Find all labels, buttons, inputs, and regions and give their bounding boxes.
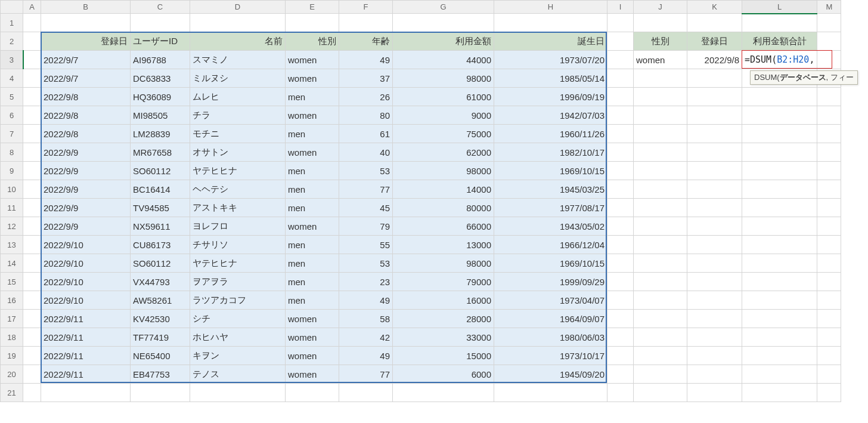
cell-J7[interactable] xyxy=(634,125,687,143)
col-header-F[interactable]: F xyxy=(339,1,393,14)
cell-L5[interactable] xyxy=(742,88,817,106)
cell-F16[interactable]: 49 xyxy=(339,291,393,310)
cell-B8[interactable]: 2022/9/9 xyxy=(41,143,131,162)
cell-G3[interactable]: 44000 xyxy=(393,51,494,69)
cell-K7[interactable] xyxy=(687,125,742,143)
cell-H13[interactable]: 1966/12/04 xyxy=(494,236,607,254)
cell-L20[interactable] xyxy=(742,365,817,384)
cell-L19[interactable] xyxy=(742,347,817,365)
cell-G10[interactable]: 14000 xyxy=(393,180,494,199)
cell-E19[interactable]: women xyxy=(286,347,339,365)
cell-G5[interactable]: 61000 xyxy=(393,88,494,106)
cell-D5[interactable]: ムレヒ xyxy=(190,88,286,106)
cell-H9[interactable]: 1969/10/15 xyxy=(494,162,607,180)
cell-I14[interactable] xyxy=(607,254,634,273)
cell-M12[interactable] xyxy=(817,217,841,236)
cell-K21[interactable] xyxy=(687,384,742,402)
cell-B5[interactable]: 2022/9/8 xyxy=(41,88,131,106)
cell-M6[interactable] xyxy=(817,106,841,125)
cell-E6[interactable]: women xyxy=(286,106,339,125)
select-all-corner[interactable] xyxy=(1,1,23,14)
cell-C14[interactable]: SO60112 xyxy=(131,254,190,273)
cell-H11[interactable]: 1977/08/17 xyxy=(494,199,607,217)
cell-B9[interactable]: 2022/9/9 xyxy=(41,162,131,180)
cell-H21[interactable] xyxy=(494,384,607,402)
cell-I5[interactable] xyxy=(607,88,634,106)
cell-H2[interactable]: 誕生日 xyxy=(494,32,607,51)
cell-H19[interactable]: 1973/10/17 xyxy=(494,347,607,365)
cell-K18[interactable] xyxy=(687,328,742,347)
cell-J16[interactable] xyxy=(634,291,687,310)
cell-L3[interactable]: =DSUM(B2:H20, xyxy=(742,51,817,69)
cell-M2[interactable] xyxy=(817,32,841,51)
cell-D7[interactable]: モチニ xyxy=(190,125,286,143)
cell-D19[interactable]: キヲン xyxy=(190,347,286,365)
cell-M10[interactable] xyxy=(817,180,841,199)
cell-C1[interactable] xyxy=(131,14,190,32)
cell-I10[interactable] xyxy=(607,180,634,199)
cell-F18[interactable]: 42 xyxy=(339,328,393,347)
cell-G18[interactable]: 33000 xyxy=(393,328,494,347)
cell-H7[interactable]: 1960/11/26 xyxy=(494,125,607,143)
cell-H17[interactable]: 1964/09/07 xyxy=(494,310,607,328)
cell-E20[interactable]: women xyxy=(286,365,339,384)
cell-A17[interactable] xyxy=(23,310,41,328)
cell-A21[interactable] xyxy=(23,384,41,402)
cell-J15[interactable] xyxy=(634,273,687,291)
cell-K3[interactable]: 2022/9/8 xyxy=(687,51,742,69)
cell-B12[interactable]: 2022/9/9 xyxy=(41,217,131,236)
col-header-I[interactable]: I xyxy=(607,1,634,14)
cell-H12[interactable]: 1943/05/02 xyxy=(494,217,607,236)
cell-B1[interactable] xyxy=(41,14,131,32)
cell-K11[interactable] xyxy=(687,199,742,217)
cell-A15[interactable] xyxy=(23,273,41,291)
cell-C17[interactable]: KV42530 xyxy=(131,310,190,328)
cell-M15[interactable] xyxy=(817,273,841,291)
cell-C18[interactable]: TF77419 xyxy=(131,328,190,347)
row-header-11[interactable]: 11 xyxy=(1,199,23,217)
cell-I4[interactable] xyxy=(607,69,634,88)
cell-G8[interactable]: 62000 xyxy=(393,143,494,162)
cell-J17[interactable] xyxy=(634,310,687,328)
cell-H4[interactable]: 1985/05/14 xyxy=(494,69,607,88)
cell-E4[interactable]: women xyxy=(286,69,339,88)
cell-J18[interactable] xyxy=(634,328,687,347)
cell-B13[interactable]: 2022/9/10 xyxy=(41,236,131,254)
cell-I3[interactable] xyxy=(607,51,634,69)
col-header-B[interactable]: B xyxy=(41,1,131,14)
cell-A16[interactable] xyxy=(23,291,41,310)
cell-B4[interactable]: 2022/9/7 xyxy=(41,69,131,88)
cell-D16[interactable]: ラツアカコフ xyxy=(190,291,286,310)
cell-L6[interactable] xyxy=(742,106,817,125)
cell-I13[interactable] xyxy=(607,236,634,254)
cell-B11[interactable]: 2022/9/9 xyxy=(41,199,131,217)
cell-F8[interactable]: 40 xyxy=(339,143,393,162)
cell-K17[interactable] xyxy=(687,310,742,328)
cell-A13[interactable] xyxy=(23,236,41,254)
cell-M11[interactable] xyxy=(817,199,841,217)
row-header-15[interactable]: 15 xyxy=(1,273,23,291)
cell-D2[interactable]: 名前 xyxy=(190,32,286,51)
cell-I1[interactable] xyxy=(607,14,634,32)
cell-B2[interactable]: 登録日 xyxy=(41,32,131,51)
cell-J20[interactable] xyxy=(634,365,687,384)
cell-F14[interactable]: 53 xyxy=(339,254,393,273)
cell-E7[interactable]: men xyxy=(286,125,339,143)
cell-K12[interactable] xyxy=(687,217,742,236)
cell-E8[interactable]: women xyxy=(286,143,339,162)
row-header-1[interactable]: 1 xyxy=(1,14,23,32)
cell-E16[interactable]: men xyxy=(286,291,339,310)
cell-D4[interactable]: ミルヌシ xyxy=(190,69,286,88)
cell-I8[interactable] xyxy=(607,143,634,162)
cell-J9[interactable] xyxy=(634,162,687,180)
cell-A1[interactable] xyxy=(23,14,41,32)
cell-C21[interactable] xyxy=(131,384,190,402)
cell-C9[interactable]: SO60112 xyxy=(131,162,190,180)
row-header-5[interactable]: 5 xyxy=(1,88,23,106)
cell-B15[interactable]: 2022/9/10 xyxy=(41,273,131,291)
cell-D13[interactable]: チサリソ xyxy=(190,236,286,254)
cell-K10[interactable] xyxy=(687,180,742,199)
cell-J5[interactable] xyxy=(634,88,687,106)
cell-J4[interactable] xyxy=(634,69,687,88)
row-header-13[interactable]: 13 xyxy=(1,236,23,254)
